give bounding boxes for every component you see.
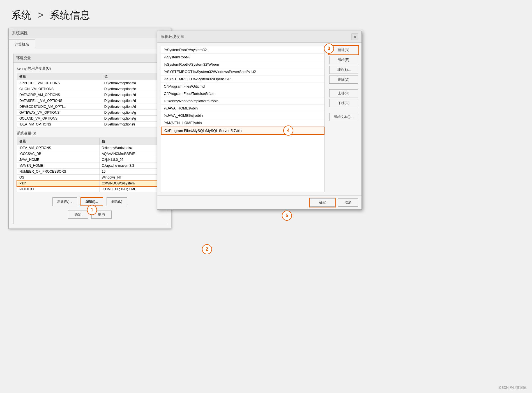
- table-row[interactable]: DATASPELL_VM_OPTIONSD:\jetbra\vmoptions\…: [17, 98, 163, 104]
- list-item[interactable]: C:\Program Files\TortoiseGit\bin: [161, 90, 324, 97]
- page-breadcrumb: 系统 > 系统信息: [11, 9, 90, 21]
- var-name: PATHEXT: [17, 186, 100, 192]
- var-name: GATEWAY_VM_OPTIONS: [17, 110, 102, 116]
- sys-props-titlebar: 系统属性: [9, 28, 171, 38]
- var-name: IDEA_VM_OPTIONS: [17, 145, 100, 151]
- list-item[interactable]: %JAVA_HOME%\jre\bin: [161, 112, 324, 119]
- list-item[interactable]: C:\Program Files\Git\cmd: [161, 83, 324, 90]
- var-name: OS: [17, 175, 100, 180]
- table-row[interactable]: CLION_VM_OPTIONSD:\jetbra\vmoptions\c: [17, 86, 163, 92]
- var-name: NUMBER_OF_PROCESSORS: [17, 169, 100, 175]
- table-row[interactable]: JAVA_HOMEC:\jdk1.8.0_92: [17, 157, 163, 163]
- list-item[interactable]: D:\kennyWork\tools\platform-tools: [161, 97, 324, 105]
- list-item[interactable]: %SystemRoot%\system32: [161, 46, 324, 54]
- sys-vars-table: 变量 值 IDEA_VM_OPTIONSD:\kennyWork\tools\j…: [17, 138, 163, 192]
- sys-var-col-header: 变量: [17, 138, 100, 145]
- var-value: C:\apache-maven-3.3: [99, 163, 162, 169]
- edit-env-dialog: 编辑环境变量 ✕ %SystemRoot%\system32%SystemRoo…: [157, 31, 362, 210]
- env-vars-window: 环境变量 kenny 的用户变量(U) 变量 值 APPCODE_VM_OPTI…: [13, 54, 166, 224]
- table-row[interactable]: IDEA_VM_OPTIONSD:\jetbra\vmoptions\i: [17, 122, 163, 127]
- side-buttons: 新建(N) 编辑(E) 浏览(B)... 删除(D) 上移(U) 下移(O) 编…: [329, 46, 358, 192]
- var-value: .COM;.EXE;.BAT;.CMD: [99, 186, 162, 192]
- var-name: MAVEN_HOME: [17, 163, 100, 169]
- var-value: AQAAANCMnd8BFdE: [99, 151, 162, 157]
- var-value: D:\jetbra\vmoptions\g: [102, 110, 162, 116]
- edit-env-footer: 确定 取消: [157, 195, 361, 209]
- table-row[interactable]: PathC:\WINDOWS\system: [17, 180, 163, 186]
- user-val-col-header: 值: [102, 73, 162, 80]
- annotation-2: 2: [202, 244, 212, 254]
- annotation-1: 1: [87, 205, 97, 215]
- delete-path-button[interactable]: 删除(D): [329, 76, 358, 84]
- var-value: D:\jetbra\vmoptions\g: [102, 116, 162, 122]
- path-list[interactable]: %SystemRoot%\system32%SystemRoot%%System…: [161, 46, 325, 192]
- edit-env-cancel-button[interactable]: 取消: [338, 198, 358, 207]
- var-name: DATAGRIP_VM_OPTIONS: [17, 92, 102, 98]
- var-name: DATASPELL_VM_OPTIONS: [17, 98, 102, 104]
- delete-user-var-button[interactable]: 删除(L): [107, 197, 127, 206]
- var-name: JAVA_HOME: [17, 157, 100, 163]
- browse-path-button[interactable]: 浏览(B)...: [329, 66, 358, 74]
- table-row[interactable]: IGCCSVC_DBAQAAANCMnd8BFdE: [17, 151, 163, 157]
- move-up-button[interactable]: 上移(U): [329, 89, 358, 97]
- var-value: D:\jetbra\vmoptions\d: [102, 92, 162, 98]
- watermark: CSDN @姑苏老陈: [499, 385, 526, 390]
- edit-env-body: %SystemRoot%\system32%SystemRoot%%System…: [157, 43, 361, 195]
- table-row[interactable]: IDEA_VM_OPTIONSD:\kennyWork\tools\j: [17, 145, 163, 151]
- var-value: C:\WINDOWS\system: [99, 180, 162, 186]
- tab-strip: 计算机名: [9, 38, 171, 49]
- var-name: Path: [17, 180, 100, 186]
- new-user-var-button[interactable]: 新建(W)...: [52, 197, 77, 206]
- var-name: IDEA_VM_OPTIONS: [17, 122, 102, 127]
- list-item[interactable]: %JAVA_HOME%\bin: [161, 105, 324, 112]
- list-item[interactable]: %SYSTEMROOT%\System32\OpenSSH\: [161, 76, 324, 83]
- var-value: Windows_NT: [99, 175, 162, 180]
- var-value: D:\jetbra\vmoptions\a: [102, 80, 162, 86]
- edit-env-ok-button[interactable]: 确定: [310, 198, 335, 207]
- table-row[interactable]: DATAGRIP_VM_OPTIONSD:\jetbra\vmoptions\d: [17, 92, 163, 98]
- user-vars-table: 变量 值 APPCODE_VM_OPTIONSD:\jetbra\vmoptio…: [17, 73, 163, 127]
- list-item[interactable]: %SystemRoot%\System32\Wbem: [161, 61, 324, 68]
- edit-path-button[interactable]: 编辑(E): [329, 56, 358, 64]
- breadcrumb-system: 系统: [11, 9, 31, 21]
- sys-props-title: 系统属性: [12, 31, 28, 35]
- env-vars-title: 环境变量: [16, 56, 31, 60]
- annotation-3: 3: [324, 44, 334, 54]
- env-vars-titlebar: 环境变量: [13, 54, 166, 63]
- var-name: CLION_VM_OPTIONS: [17, 86, 102, 92]
- table-row[interactable]: NUMBER_OF_PROCESSORS16: [17, 169, 163, 175]
- sys-vars-label: 系统变量(S): [17, 131, 163, 136]
- var-value: C:\jdk1.8.0_92: [99, 157, 162, 163]
- edit-text-button[interactable]: 编辑文本(I)...: [329, 113, 358, 121]
- user-var-col-header: 变量: [17, 73, 102, 80]
- sys-props-window: 系统属性 计算机名 环境变量 kenny 的用户变量(U) 变量 值: [8, 28, 171, 229]
- table-row[interactable]: GOLAND_VM_OPTIONSD:\jetbra\vmoptions\g: [17, 116, 163, 122]
- close-button[interactable]: ✕: [351, 33, 358, 40]
- var-value: D:\kennyWork\tools\j: [99, 145, 162, 151]
- var-value: 16: [99, 169, 162, 175]
- env-vars-ok-button[interactable]: 确定: [68, 211, 88, 219]
- edit-env-titlebar: 编辑环境变量 ✕: [157, 31, 361, 43]
- list-item[interactable]: C:\Program Files\MySQL\MySQL Server 5.7\…: [161, 127, 324, 135]
- user-vars-label: kenny 的用户变量(U): [17, 66, 163, 71]
- table-row[interactable]: DEVECOSTUDIO_VM_OPTI...D:\jetbra\vmoptio…: [17, 104, 163, 110]
- var-value: D:\jetbra\vmoptions\d: [102, 98, 162, 104]
- edit-env-title: 编辑环境变量: [161, 34, 184, 39]
- var-name: GOLAND_VM_OPTIONS: [17, 116, 102, 122]
- list-item[interactable]: %SystemRoot%: [161, 54, 324, 61]
- annotation-4: 4: [283, 125, 293, 136]
- var-value: D:\jetbra\vmoptions\d: [102, 104, 162, 110]
- annotation-5: 5: [282, 211, 292, 221]
- list-item[interactable]: %MAVEN_HOME%\bin: [161, 119, 324, 127]
- move-down-button[interactable]: 下移(O): [329, 99, 358, 107]
- table-row[interactable]: GATEWAY_VM_OPTIONSD:\jetbra\vmoptions\g: [17, 110, 163, 116]
- sys-val-col-header: 值: [99, 138, 162, 145]
- table-row[interactable]: APPCODE_VM_OPTIONSD:\jetbra\vmoptions\a: [17, 80, 163, 86]
- table-row[interactable]: OSWindows_NT: [17, 175, 163, 180]
- table-row[interactable]: PATHEXT.COM;.EXE;.BAT;.CMD: [17, 186, 163, 192]
- list-item[interactable]: %SYSTEMROOT%\System32\WindowsPowerShell\…: [161, 68, 324, 76]
- var-value: D:\jetbra\vmoptions\c: [102, 86, 162, 92]
- tab-computer-name[interactable]: 计算机名: [9, 39, 35, 49]
- table-row[interactable]: MAVEN_HOMEC:\apache-maven-3.3: [17, 163, 163, 169]
- var-value: D:\jetbra\vmoptions\i: [102, 122, 162, 127]
